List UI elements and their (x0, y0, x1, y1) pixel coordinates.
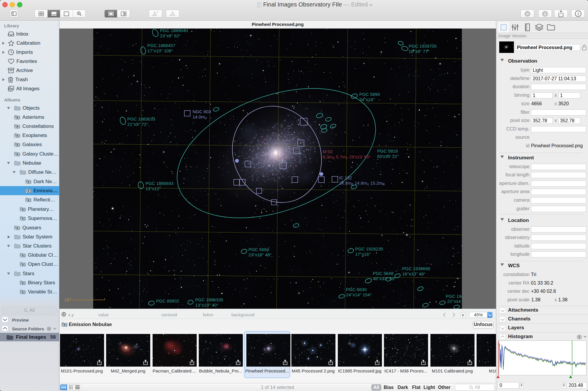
svg-text:60'x35' 22°: 60'x35' 22° (377, 154, 399, 159)
svg-text:10': 10' (64, 297, 70, 302)
svg-text:M 33: M 33 (323, 149, 333, 154)
svg-text:PGC 194: PGC 194 (446, 294, 464, 299)
svg-text:PGC 1928235: PGC 1928235 (355, 246, 383, 251)
svg-text:6.3mB 5.7mV 29'x23' 50°: 6.3mB 5.7mV 29'x23' 50° (323, 154, 371, 160)
svg-text:PGC 5630: PGC 5630 (346, 287, 367, 292)
svg-text:PGC 1938666: PGC 1938666 (402, 266, 430, 271)
svg-text:PGC 5694: PGC 5694 (248, 247, 269, 252)
svg-text:PGC 5818: PGC 5818 (377, 148, 398, 153)
svg-text:i: i (577, 11, 579, 16)
svg-text:24''x14'' 154°: 24''x14'' 154° (346, 292, 372, 297)
svg-text:16''x10'' 40°: 16''x10'' 40° (402, 271, 425, 276)
svg-text:PGC 1886693: PGC 1886693 (146, 181, 173, 186)
svg-text:IC 132: IC 132 (339, 175, 352, 180)
svg-text:17''x10'' 106°: 17''x10'' 106° (147, 48, 173, 53)
svg-text:18''x9'' 77°: 18''x9'' 77° (409, 49, 430, 54)
svg-text:PGC 89902: PGC 89902 (156, 298, 179, 303)
svg-text:13''x12'': 13''x12'' (146, 186, 161, 191)
svg-text:17''x16'': 17''x16'' (355, 252, 370, 257)
svg-text:PGC 1888457: PGC 1888457 (147, 43, 175, 48)
svg-text:PGC 1889040: PGC 1889040 (160, 29, 188, 33)
svg-text:PGC 1883033: PGC 1883033 (127, 116, 155, 121)
svg-text:23''x8'' 62°: 23''x8'' 62° (160, 33, 181, 38)
svg-text:23''x18'' 48°: 23''x18'' 48° (248, 252, 272, 257)
svg-text:14.9mB 14.8mV 15.2mR: 14.9mB 14.8mV 15.2mR (339, 181, 385, 186)
svg-text:48''x33'' 69°: 48''x33'' 69° (373, 276, 396, 281)
svg-text:22''x14: 22''x14 (447, 299, 461, 304)
svg-text:PGC 1896335: PGC 1896335 (195, 297, 223, 302)
svg-text:13''x10'' 40°: 13''x10'' 40° (195, 303, 218, 308)
svg-text:14.0mV: 14.0mV (193, 114, 207, 120)
svg-text:PGC 5899: PGC 5899 (359, 92, 380, 97)
svg-text:PGC 1939705: PGC 1939705 (409, 44, 437, 49)
svg-text:PGC 5648: PGC 5648 (373, 271, 393, 276)
svg-text:21''x9'' 72°: 21''x9'' 72° (127, 122, 148, 127)
svg-text:34''x18'': 34''x18'' (359, 97, 375, 102)
svg-text:NGC 603: NGC 603 (193, 109, 211, 114)
